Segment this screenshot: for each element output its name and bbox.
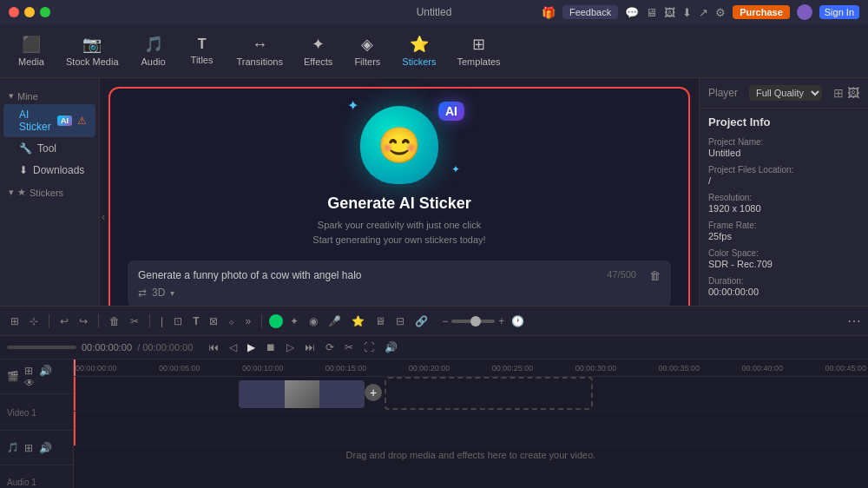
project-location-label: Project Files Location: (708, 165, 859, 175)
toolbar-item-stock-media[interactable]: 📷 Stock Media (57, 31, 128, 70)
close-button[interactable] (9, 7, 19, 17)
feedback-button[interactable]: Feedback (562, 5, 618, 19)
playback-progress[interactable] (7, 346, 76, 349)
current-time-display: 00:00:00:00 (82, 342, 132, 353)
quality-select[interactable]: Full Quality (749, 85, 822, 101)
titles-icon: T (198, 36, 207, 52)
video-clip[interactable] (239, 380, 365, 408)
undo-button[interactable]: ↩ (56, 313, 72, 329)
audio-settings-button[interactable]: ⊞ (23, 442, 35, 454)
video-mute-button[interactable]: 🔊 (37, 365, 54, 377)
panel-arrow[interactable]: ‹ (102, 211, 105, 223)
cut-point-button[interactable]: ✂ (341, 340, 357, 355)
go-start-button[interactable]: ⏮ (205, 340, 222, 355)
go-end-button[interactable]: ⏭ (301, 340, 319, 355)
image-view-button[interactable]: 🖼 (847, 86, 859, 100)
audio-track-controls: ⊞ 🔊 (23, 442, 54, 454)
video-settings-button[interactable]: ⊞ (23, 365, 35, 377)
sparkle-icon-2: ✦ (451, 163, 460, 175)
pip-button[interactable]: ⊟ (392, 313, 408, 329)
volume-button[interactable]: 🔊 (381, 340, 401, 355)
ai-face-graphic: 😊 (360, 106, 438, 184)
ruler-playhead (74, 359, 76, 376)
keyframe-button[interactable]: ⬦ (225, 313, 238, 329)
purchase-button[interactable]: Purchase (733, 5, 790, 19)
cut-button[interactable]: ✂ (127, 313, 142, 329)
style-button[interactable]: 3D (152, 287, 165, 299)
stop-button[interactable]: ⏹ (262, 340, 279, 355)
video-eye-button[interactable]: 👁 (23, 377, 36, 389)
video-track-row[interactable]: + (74, 377, 868, 412)
toolbar-item-filters[interactable]: ◈ Filters (345, 31, 390, 70)
fullscreen-button[interactable]: ⛶ (360, 340, 378, 355)
sidebar-item-tool[interactable]: 🔧 Tool (3, 138, 95, 159)
ai-badge: AI (57, 115, 72, 126)
avatar[interactable] (797, 4, 812, 20)
frame-rate-value: 25fps (708, 231, 859, 241)
maximize-button[interactable] (40, 7, 50, 17)
sidebar-item-downloads[interactable]: ⬇ Downloads (3, 160, 95, 181)
frame-rate-label: Frame Rate: (708, 221, 859, 230)
text-button[interactable]: T (189, 313, 202, 329)
settings-icon[interactable]: ⚙ (715, 6, 726, 19)
mask-button[interactable]: ◉ (306, 313, 321, 329)
project-location-value: / (708, 175, 859, 186)
link-button[interactable]: 🔗 (411, 313, 431, 329)
share-icon[interactable]: ↗ (699, 6, 708, 19)
step-forward-button[interactable]: ▷ (283, 340, 298, 355)
toolbar-item-templates[interactable]: ⊞ Templates (448, 31, 509, 70)
toolbar-item-transitions[interactable]: ↔ Transitions (228, 32, 292, 70)
sidebar-section-mine[interactable]: ▾ Mine (0, 85, 99, 103)
toolbar-item-effects[interactable]: ✦ Effects (295, 31, 341, 70)
select-button[interactable]: ⊹ (26, 313, 42, 329)
step-back-button[interactable]: ◁ (226, 340, 240, 355)
color-space-value: SDR - Rec.709 (708, 259, 859, 269)
tool-icon: 🔧 (19, 142, 32, 155)
toolbar-item-titles[interactable]: T Titles (180, 33, 225, 69)
more-tools-button[interactable]: » (241, 313, 254, 329)
zoom-thumb[interactable] (470, 316, 481, 326)
image-icon[interactable]: 🖼 (664, 6, 675, 19)
sidebar-item-ai-sticker[interactable]: AI Sticker AI ⚠ (3, 104, 95, 137)
sticker-tl-button[interactable]: ⭐ (348, 313, 368, 329)
loop-button[interactable]: ⟳ (322, 340, 338, 355)
main-toolbar: ⬛ Media 📷 Stock Media 🎵 Audio T Titles ↔… (0, 24, 868, 78)
stickers-icon: ⭐ (410, 35, 429, 54)
split-button[interactable]: | (157, 313, 167, 329)
gift-icon[interactable]: 🎁 (542, 6, 556, 19)
chat-icon[interactable]: 💬 (625, 6, 639, 19)
signin-button[interactable]: Sign In (819, 5, 859, 19)
transitions-icon: ↔ (252, 36, 267, 54)
download-icon[interactable]: ⬇ (682, 6, 692, 19)
toolbar-item-audio[interactable]: 🎵 Audio (131, 31, 176, 70)
crop-button[interactable]: ⊡ (170, 313, 186, 329)
monitor-icon[interactable]: 🖥 (646, 6, 657, 19)
add-clip-button[interactable]: + (365, 384, 382, 401)
layout-button[interactable]: ⊞ (7, 313, 23, 329)
audio-icon: 🎵 (144, 35, 163, 54)
audio-track-row[interactable] (74, 412, 868, 446)
zoom-out-icon[interactable]: − (442, 315, 448, 327)
ruler-labels: 00:00:00:00 00:00:05:00 00:00:10:00 00:0… (74, 364, 868, 373)
ai-text-badge: AI (438, 102, 464, 121)
sidebar-section-stickers[interactable]: ▾ ★ Stickers (0, 181, 99, 200)
minimize-button[interactable] (24, 7, 35, 17)
redo-button[interactable]: ↪ (76, 313, 91, 329)
toolbar-item-media[interactable]: ⬛ Media (9, 31, 54, 70)
zoom-in-icon[interactable]: + (498, 315, 504, 327)
record-button[interactable] (269, 314, 283, 328)
expand-button[interactable]: ⊠ (206, 313, 221, 329)
audio-mute-button[interactable]: 🔊 (37, 442, 54, 454)
toolbar-item-stickers[interactable]: ⭐ Stickers (393, 31, 444, 70)
zoom-slider[interactable] (451, 320, 495, 323)
clock-button[interactable]: 🕐 (508, 313, 528, 329)
delete-button[interactable]: 🗑 (106, 313, 123, 329)
play-button[interactable]: ▶ (244, 340, 259, 355)
titlebar: Untitled 🎁 Feedback 💬 🖥 🖼 ⬇ ↗ ⚙ Purchase… (0, 0, 868, 24)
more-button[interactable]: ⋯ (847, 313, 861, 329)
scissors-button[interactable]: ✦ (286, 313, 302, 329)
delete-input-button[interactable]: 🗑 (649, 269, 661, 282)
grid-view-button[interactable]: ⊞ (833, 86, 844, 100)
voice-button[interactable]: 🎤 (325, 313, 345, 329)
screen-button[interactable]: 🖥 (372, 313, 389, 329)
